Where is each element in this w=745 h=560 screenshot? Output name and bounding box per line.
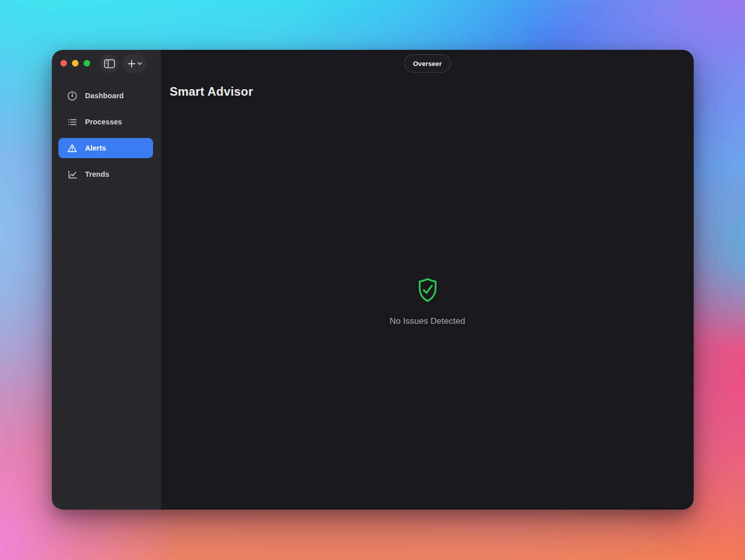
chevron-down-icon xyxy=(137,62,142,65)
overseer-title-badge[interactable]: Overseer xyxy=(404,54,451,73)
sidebar-toggle-button[interactable] xyxy=(100,54,119,73)
sidebar-item-label: Trends xyxy=(85,170,109,178)
sidebar-item-alerts[interactable]: Alerts xyxy=(58,138,153,158)
gauge-icon xyxy=(67,91,78,101)
app-window: Dashboard Processes xyxy=(52,50,694,510)
minimize-button[interactable] xyxy=(72,60,79,66)
sidebar-item-label: Dashboard xyxy=(85,92,124,100)
sidebar-nav: Dashboard Processes xyxy=(58,86,153,184)
sidebar-item-dashboard[interactable]: Dashboard xyxy=(58,86,153,106)
empty-state: No Issues Detected xyxy=(161,50,694,510)
overseer-title-label: Overseer xyxy=(413,60,441,67)
warning-triangle-icon xyxy=(67,143,78,154)
trend-chart-icon xyxy=(67,169,78,180)
close-button[interactable] xyxy=(60,60,67,66)
add-button[interactable] xyxy=(122,54,146,73)
sidebar-item-label: Processes xyxy=(85,118,122,126)
sidebar-item-label: Alerts xyxy=(85,144,106,152)
traffic-lights xyxy=(60,60,90,66)
sidebar-item-processes[interactable]: Processes xyxy=(58,112,153,132)
plus-icon xyxy=(127,59,136,68)
empty-state-message: No Issues Detected xyxy=(390,316,465,326)
sidebar-item-trends[interactable]: Trends xyxy=(58,164,153,184)
desktop: { "titlebar": { "overseer_badge": "Overs… xyxy=(0,0,745,560)
main-content: Overseer Smart Advisor No Issues Detecte… xyxy=(161,50,694,510)
sidebar: Dashboard Processes xyxy=(52,50,161,510)
sidebar-toggle-icon xyxy=(104,59,115,68)
list-bullet-icon xyxy=(67,117,78,127)
shield-check-icon xyxy=(415,277,440,303)
zoom-button[interactable] xyxy=(84,60,90,66)
page-title: Smart Advisor xyxy=(170,85,253,99)
sidebar-toolbar xyxy=(100,54,146,73)
